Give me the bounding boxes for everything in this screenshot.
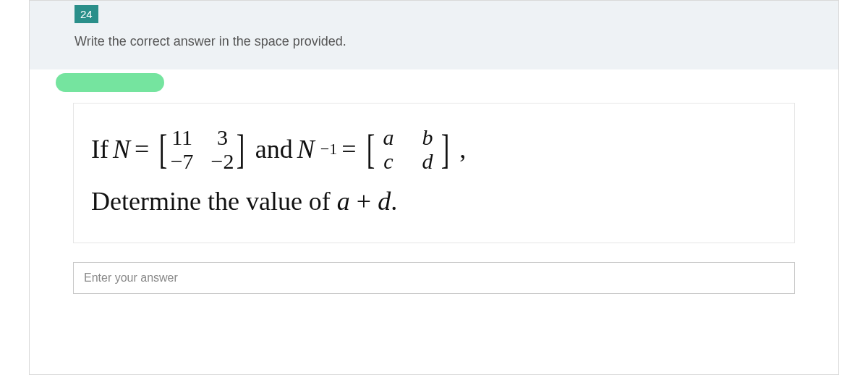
- bracket-right-icon: ]: [441, 132, 450, 166]
- var-d: d: [378, 187, 391, 216]
- text-plus: +: [350, 187, 378, 216]
- matInv-b: b: [417, 125, 438, 149]
- text-eq2: =: [341, 134, 356, 164]
- math-line-1: If N = [ 11 3 −7 −2 ] and N−1 =: [91, 125, 777, 173]
- matN-21: −7: [171, 149, 194, 173]
- exp-neg1: −1: [320, 140, 337, 159]
- matInv-a: a: [378, 125, 399, 149]
- matInv-d: d: [417, 149, 438, 173]
- math-line-2: Determine the value of a + d.: [91, 186, 777, 216]
- answer-input[interactable]: [73, 262, 795, 294]
- bracket-left-icon: [: [159, 132, 168, 166]
- var-N-inv: N: [297, 134, 315, 164]
- math-content: If N = [ 11 3 −7 −2 ] and N−1 =: [73, 103, 795, 243]
- text-and: and: [255, 134, 293, 164]
- question-instruction: Write the correct answer in the space pr…: [30, 1, 838, 49]
- matrix-inverse: [ a b c d ]: [364, 125, 453, 173]
- text-dot: .: [391, 187, 397, 216]
- text-comma: ,: [459, 134, 466, 164]
- bracket-right-icon: ]: [237, 132, 245, 166]
- text-if: If: [91, 134, 109, 164]
- bracket-left-icon: [: [366, 132, 375, 166]
- matInv-c: c: [378, 149, 399, 173]
- matrix-N: [ 11 3 −7 −2 ]: [156, 125, 248, 173]
- matN-22: −2: [211, 149, 234, 173]
- matN-12: 3: [211, 125, 234, 149]
- question-header: 24 Write the correct answer in the space…: [30, 1, 838, 69]
- question-body: If N = [ 11 3 −7 −2 ] and N−1 =: [30, 69, 838, 243]
- answer-field-wrapper: [73, 262, 795, 294]
- var-a: a: [337, 187, 350, 216]
- text-eq1: =: [135, 134, 149, 164]
- question-number-badge: 24: [75, 5, 98, 23]
- highlight-mark: [56, 73, 164, 92]
- var-N: N: [113, 134, 130, 164]
- question-card: 24 Write the correct answer in the space…: [29, 0, 839, 375]
- matN-11: 11: [171, 125, 194, 149]
- text-determine: Determine the value of: [91, 187, 337, 216]
